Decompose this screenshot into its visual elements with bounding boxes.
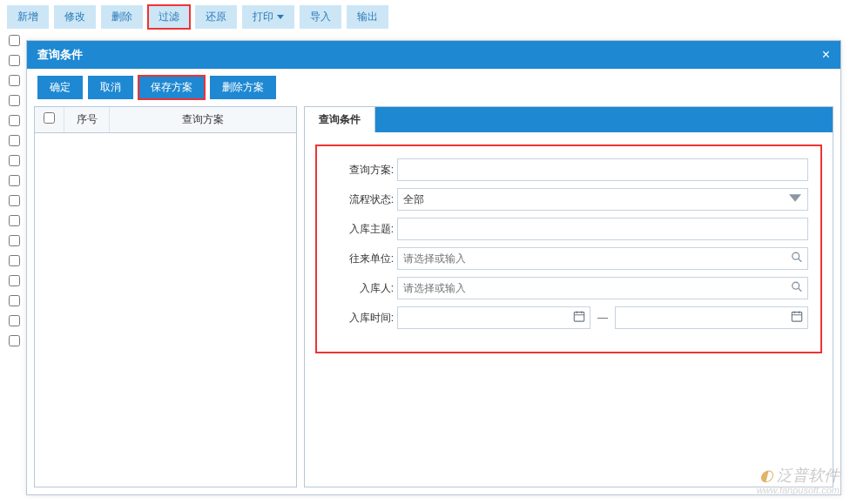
- scheme-grid: 序号 查询方案: [34, 106, 297, 487]
- edit-button[interactable]: 修改: [54, 5, 96, 29]
- close-icon[interactable]: ×: [822, 49, 830, 61]
- bg-row-checkbox[interactable]: [9, 215, 20, 226]
- bg-row-checkbox[interactable]: [9, 115, 20, 126]
- grid-header-index: 序号: [64, 107, 110, 132]
- tab-query-conditions[interactable]: 查询条件: [305, 107, 375, 132]
- row-subject: 入库主题:: [329, 218, 808, 240]
- main-toolbar: 新增 修改 删除 过滤 还原 打印 导入 输出: [0, 0, 850, 34]
- bg-row-checkbox[interactable]: [9, 335, 20, 346]
- import-button[interactable]: 导入: [300, 5, 341, 29]
- time-to-input[interactable]: [615, 306, 808, 329]
- subject-label: 入库主题:: [329, 222, 397, 237]
- person-combo[interactable]: [397, 277, 808, 299]
- bg-row-checkbox[interactable]: [9, 175, 20, 186]
- row-scheme: 查询方案:: [329, 158, 808, 181]
- background-list-checkboxes: [9, 35, 20, 346]
- grid-header-name: 查询方案: [110, 107, 296, 132]
- scheme-label: 查询方案:: [329, 163, 397, 178]
- bg-row-checkbox[interactable]: [9, 155, 20, 166]
- grid-body: [35, 133, 296, 487]
- bg-row-checkbox[interactable]: [9, 295, 20, 306]
- export-button[interactable]: 输出: [347, 5, 388, 29]
- scheme-input[interactable]: [397, 158, 808, 181]
- tab-bar: 查询条件: [305, 107, 833, 132]
- print-button[interactable]: 打印: [242, 5, 294, 29]
- bg-row-checkbox[interactable]: [9, 95, 20, 106]
- status-label: 流程状态:: [329, 192, 397, 207]
- bg-row-checkbox[interactable]: [9, 55, 20, 66]
- partner-combo[interactable]: [397, 247, 808, 270]
- bg-row-checkbox[interactable]: [9, 35, 20, 46]
- bg-row-checkbox[interactable]: [9, 235, 20, 246]
- delete-button[interactable]: 删除: [101, 5, 143, 29]
- save-scheme-button[interactable]: 保存方案: [138, 76, 205, 99]
- modal-header: 查询条件 ×: [27, 41, 840, 69]
- modal-title: 查询条件: [37, 47, 83, 63]
- ok-button[interactable]: 确定: [37, 76, 83, 99]
- row-partner: 往来单位:: [329, 247, 808, 270]
- grid-header-row: 序号 查询方案: [35, 107, 296, 133]
- delete-scheme-button[interactable]: 删除方案: [210, 76, 276, 99]
- bg-row-checkbox[interactable]: [9, 315, 20, 326]
- query-form-panel: 查询条件 查询方案: 流程状态:: [304, 106, 833, 487]
- filter-button[interactable]: 过滤: [148, 5, 190, 29]
- status-select[interactable]: [397, 188, 808, 211]
- time-label: 入库时间:: [329, 311, 397, 326]
- modal-toolbar: 确定 取消 保存方案 删除方案: [27, 69, 840, 106]
- bg-row-checkbox[interactable]: [9, 275, 20, 286]
- subject-input[interactable]: [397, 218, 808, 240]
- row-time: 入库时间: —: [329, 306, 808, 329]
- bg-row-checkbox[interactable]: [9, 255, 20, 266]
- row-status: 流程状态:: [329, 188, 808, 211]
- restore-button[interactable]: 还原: [195, 5, 237, 29]
- person-label: 入库人:: [329, 281, 397, 296]
- add-button[interactable]: 新增: [7, 5, 49, 29]
- grid-header-checkbox: [35, 107, 64, 132]
- cancel-button[interactable]: 取消: [88, 76, 133, 99]
- bg-row-checkbox[interactable]: [9, 75, 20, 86]
- time-separator: —: [596, 312, 610, 324]
- query-form: 查询方案: 流程状态:: [315, 144, 822, 353]
- modal-body: 序号 查询方案 查询条件 查询方案: 流程状态:: [27, 106, 840, 494]
- row-person: 入库人:: [329, 277, 808, 299]
- query-modal: 查询条件 × 确定 取消 保存方案 删除方案 序号 查询方案 查询条件: [26, 40, 841, 495]
- select-all-checkbox[interactable]: [44, 112, 55, 124]
- partner-label: 往来单位:: [329, 252, 397, 266]
- bg-row-checkbox[interactable]: [9, 195, 20, 206]
- bg-row-checkbox[interactable]: [9, 135, 20, 146]
- time-from-input[interactable]: [397, 306, 590, 329]
